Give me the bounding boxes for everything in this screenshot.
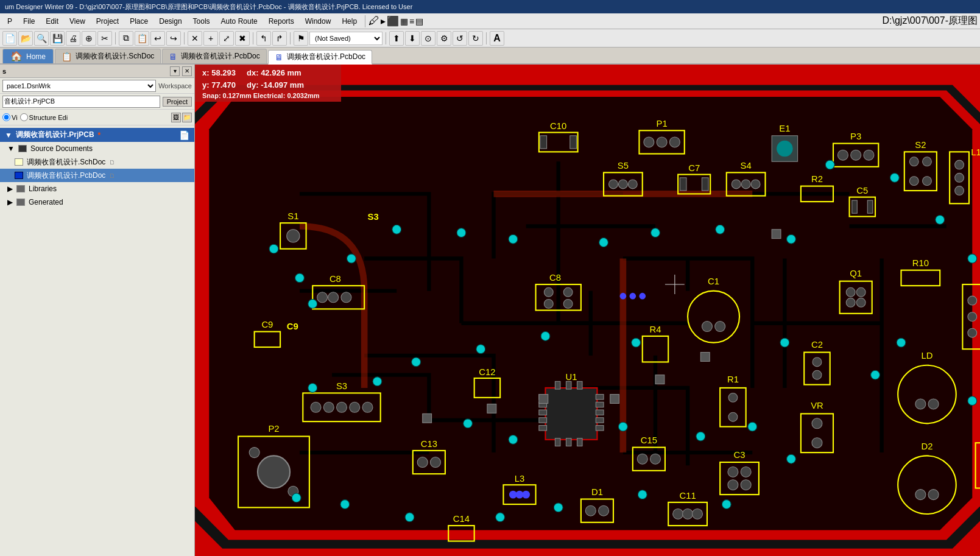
- file-badge-pcb: 🗋: [109, 172, 115, 179]
- struct-btn1[interactable]: 🖼: [171, 113, 181, 122]
- tool2[interactable]: ⬇: [405, 31, 420, 46]
- svg-text:S1: S1: [287, 211, 298, 221]
- menu-design[interactable]: Design: [154, 16, 186, 27]
- svg-rect-45: [680, 178, 686, 191]
- pcb-canvas[interactable]: C10 P1 E1: [195, 65, 980, 556]
- svg-point-14: [777, 141, 792, 156]
- menu-file[interactable]: File: [18, 16, 40, 27]
- text-btn[interactable]: A: [490, 31, 504, 46]
- svg-text:E1: E1: [779, 124, 790, 133]
- new-btn[interactable]: 📄: [2, 31, 17, 46]
- menu-project[interactable]: Project: [91, 16, 124, 27]
- title-text: um Designer Winter 09 - D:\gjz\007\007-原…: [5, 2, 412, 12]
- undo-btn[interactable]: ↩: [150, 31, 165, 46]
- toolbar-icon-2[interactable]: ▸: [381, 15, 386, 27]
- cut-btn[interactable]: ✂: [97, 31, 112, 46]
- svg-rect-117: [596, 395, 604, 399]
- tool1[interactable]: ⬆: [389, 31, 404, 46]
- tool4[interactable]: ⚙: [437, 31, 451, 46]
- menu-help[interactable]: Help: [337, 16, 362, 27]
- zoom-btn[interactable]: ⊕: [82, 31, 96, 46]
- svg-point-192: [716, 225, 725, 234]
- print-btn[interactable]: 🖨: [66, 31, 80, 46]
- structure-radio-vi[interactable]: Vi: [2, 113, 18, 121]
- menu-reports[interactable]: Reports: [264, 16, 299, 27]
- file-badge-sch: 🗋: [109, 159, 115, 166]
- menu-window[interactable]: Window: [300, 16, 336, 27]
- menu-tools[interactable]: Tools: [188, 16, 215, 27]
- svg-point-18: [851, 150, 861, 160]
- tree-root-icon2: 📄: [179, 130, 189, 140]
- flag-btn[interactable]: ⚑: [294, 31, 308, 46]
- menu-view[interactable]: View: [65, 16, 90, 27]
- svg-point-143: [417, 457, 428, 468]
- sep3: [253, 32, 253, 44]
- tab-home[interactable]: 🏠 Home: [2, 49, 54, 63]
- redo-btn[interactable]: ↪: [166, 31, 181, 46]
- svg-point-207: [373, 377, 382, 386]
- svg-text:P3: P3: [850, 132, 861, 141]
- menu-edit[interactable]: Edit: [41, 16, 63, 27]
- tree-section-libraries[interactable]: ▶ Libraries: [0, 182, 194, 195]
- structure-radio-edit[interactable]: Structure Edi: [20, 113, 68, 121]
- menu-autoroute[interactable]: Auto Route: [216, 16, 263, 27]
- project-input[interactable]: [2, 96, 160, 108]
- status-dropdown[interactable]: (Not Saved): [309, 32, 382, 45]
- tree-file-pcbdoc[interactable]: 调频收音机设计.PcbDoc 🗋: [0, 169, 194, 182]
- paste-btn[interactable]: 📋: [135, 31, 149, 46]
- svg-text:C5: C5: [856, 186, 868, 195]
- svg-rect-118: [596, 402, 604, 407]
- struct-btn2[interactable]: 📁: [182, 113, 192, 122]
- copy-btn[interactable]: ⧉: [119, 31, 133, 46]
- menu-p[interactable]: P: [2, 16, 17, 27]
- panel-pin-btn[interactable]: ▾: [170, 66, 180, 76]
- back-btn[interactable]: ↱: [272, 31, 287, 46]
- cross-btn[interactable]: ✕: [188, 31, 202, 46]
- svg-rect-227: [487, 404, 496, 413]
- tool6[interactable]: ↻: [468, 31, 483, 46]
- content-area[interactable]: x: 58.293 dx: 42.926 mm y: 77.470 dy: -1…: [195, 65, 980, 556]
- toolbar-icon-5[interactable]: ≡: [409, 16, 414, 26]
- search-btn[interactable]: 🔍: [34, 31, 49, 46]
- arrow-btn[interactable]: ↰: [256, 31, 271, 46]
- x-btn[interactable]: ✖: [235, 31, 250, 46]
- tree-section-generated[interactable]: ▶ Generated: [0, 195, 194, 209]
- tree-file-schdoc[interactable]: 调频收音机设计.SchDoc 🗋: [0, 155, 194, 169]
- svg-point-190: [599, 238, 608, 247]
- svg-point-42: [628, 180, 637, 189]
- svg-point-81: [856, 298, 865, 307]
- svg-point-187: [392, 225, 401, 234]
- panel-close-btn[interactable]: ✕: [182, 66, 192, 76]
- svg-rect-116: [539, 426, 547, 431]
- tree-root[interactable]: ▼ 调频收音机设计.PrjPCB * 📄: [0, 128, 194, 142]
- open-btn[interactable]: 📂: [18, 31, 33, 46]
- svg-point-203: [632, 338, 641, 347]
- workspace-dropdown[interactable]: pace1.DsnWrk: [2, 80, 156, 92]
- svg-text:C2: C2: [811, 340, 823, 350]
- tab-pcbdoc1[interactable]: 🖥 调频收音机设计.PcbDoc: [162, 49, 266, 63]
- svg-point-200: [897, 338, 906, 347]
- tab-schdoc[interactable]: 📋 调频收音机设计.SchDoc: [55, 49, 161, 63]
- plus-btn[interactable]: +: [203, 31, 218, 46]
- toolbar-icon-1[interactable]: 🖊: [368, 15, 379, 27]
- save-btn[interactable]: 💾: [50, 31, 65, 46]
- toolbar-icon-3[interactable]: ⬛: [387, 15, 399, 27]
- svg-point-154: [741, 480, 751, 490]
- project-btn[interactable]: Project: [163, 97, 192, 107]
- toolbar-icon-4[interactable]: ▦: [400, 16, 408, 26]
- tab-pcbdoc2[interactable]: 🖥 调频收音机设计.PcbDoc: [268, 50, 372, 65]
- svg-text:S3: S3: [367, 212, 378, 222]
- move-btn[interactable]: ⤢: [219, 31, 234, 46]
- tool5[interactable]: ↺: [453, 31, 467, 46]
- tree-section-source[interactable]: ▼ Source Documents: [0, 142, 194, 155]
- svg-text:C10: C10: [550, 121, 566, 131]
- svg-point-67: [544, 299, 553, 308]
- svg-text:C3: C3: [734, 450, 746, 460]
- svg-point-87: [968, 312, 977, 322]
- svg-rect-121: [596, 426, 604, 431]
- menu-place[interactable]: Place: [125, 16, 153, 27]
- svg-rect-5: [540, 136, 547, 149]
- toolbar-icon-6[interactable]: ▤: [415, 16, 423, 26]
- tool3[interactable]: ⊙: [421, 31, 435, 46]
- svg-point-88: [968, 328, 977, 337]
